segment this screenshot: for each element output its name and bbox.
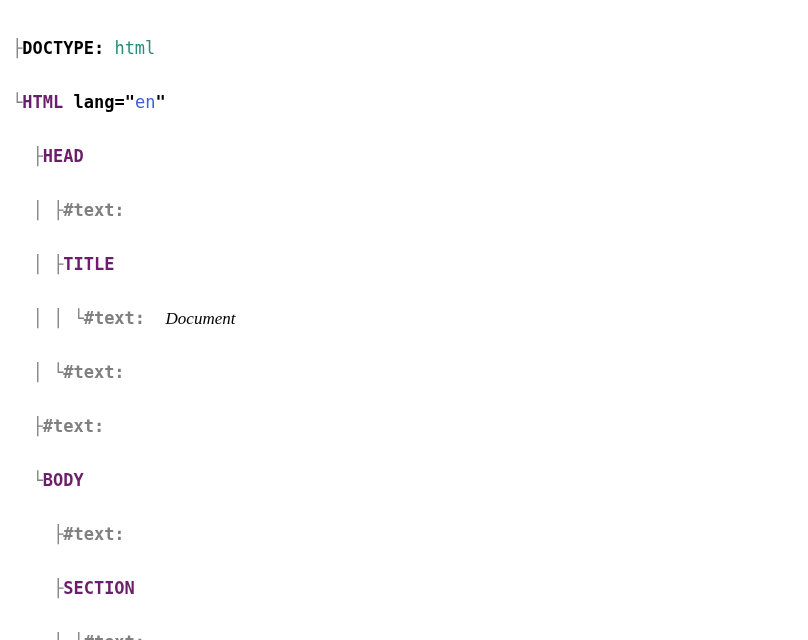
title-tag: TITLE	[63, 254, 114, 274]
body-tag: BODY	[43, 470, 84, 490]
text-node-label: #text:	[63, 362, 124, 382]
section-tag: SECTION	[63, 578, 135, 598]
html-tag: HTML	[22, 92, 63, 112]
text-line: │ ├#text:	[12, 629, 796, 640]
doctype-label: DOCTYPE:	[22, 38, 104, 58]
lang-attr: lang	[73, 92, 114, 112]
lang-val: en	[135, 92, 155, 112]
head-line: ├HEAD	[12, 143, 796, 170]
text-node-label: #text:	[84, 632, 145, 640]
text-node-label: #text:	[63, 524, 124, 544]
text-line: │ ├#text:	[12, 197, 796, 224]
title-line: │ ├TITLE	[12, 251, 796, 278]
section-line: ├SECTION	[12, 575, 796, 602]
dom-tree: ├DOCTYPE: html └HTML lang="en" ├HEAD │ ├…	[12, 8, 796, 640]
text-node-label: #text:	[63, 200, 124, 220]
title-text-line: │ │ └#text: Document	[12, 305, 796, 332]
text-line: ├#text:	[12, 521, 796, 548]
text-line: ├#text:	[12, 413, 796, 440]
doctype-line: ├DOCTYPE: html	[12, 35, 796, 62]
text-line: │ └#text:	[12, 359, 796, 386]
html-line: └HTML lang="en"	[12, 89, 796, 116]
text-node-label: #text:	[84, 308, 145, 328]
doctype-value: html	[114, 38, 155, 58]
title-text-content: Document	[166, 309, 236, 328]
text-node-label: #text:	[43, 416, 104, 436]
head-tag: HEAD	[43, 146, 84, 166]
body-line: └BODY	[12, 467, 796, 494]
